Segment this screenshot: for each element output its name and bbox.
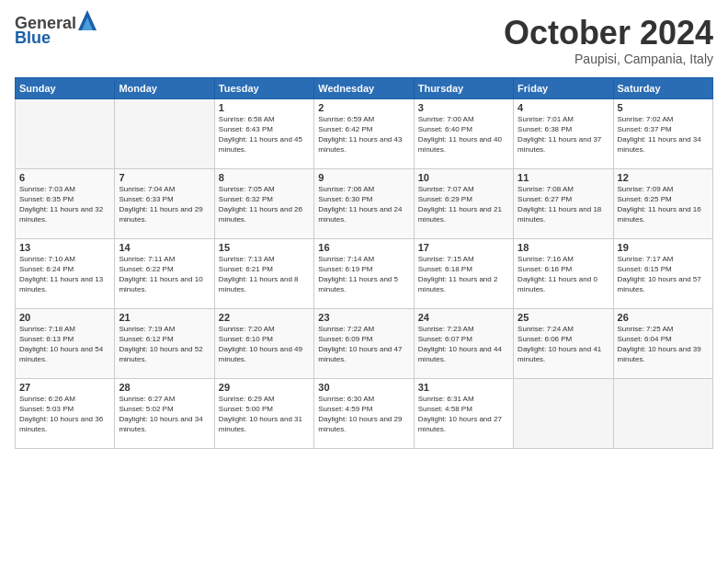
day-cell: 6 Sunrise: 7:03 AM Sunset: 6:35 PM Dayli… <box>16 168 115 238</box>
sunset-text: Sunset: 6:42 PM <box>318 125 372 133</box>
sunrise-text: Sunrise: 7:01 AM <box>518 115 574 123</box>
sunset-text: Sunset: 4:58 PM <box>418 405 472 413</box>
day-info: Sunrise: 7:15 AM Sunset: 6:18 PM Dayligh… <box>418 254 509 295</box>
day-info: Sunrise: 7:01 AM Sunset: 6:38 PM Dayligh… <box>518 114 609 155</box>
day-number: 1 <box>219 102 310 113</box>
col-tuesday: Tuesday <box>214 77 313 98</box>
day-cell: 22 Sunrise: 7:20 AM Sunset: 6:10 PM Dayl… <box>214 308 313 378</box>
weekday-row: Sunday Monday Tuesday Wednesday Thursday… <box>16 77 713 98</box>
daylight-text: Daylight: 11 hours and 5 minutes. <box>318 275 398 293</box>
day-info: Sunrise: 7:24 AM Sunset: 6:06 PM Dayligh… <box>518 324 609 365</box>
daylight-text: Daylight: 11 hours and 37 minutes. <box>518 135 601 154</box>
day-number: 10 <box>418 172 509 183</box>
sunrise-text: Sunrise: 7:06 AM <box>318 185 374 193</box>
day-info: Sunrise: 6:31 AM Sunset: 4:58 PM Dayligh… <box>418 394 509 435</box>
day-info: Sunrise: 7:23 AM Sunset: 6:07 PM Dayligh… <box>418 324 509 365</box>
day-cell: 7 Sunrise: 7:04 AM Sunset: 6:33 PM Dayli… <box>115 168 214 238</box>
day-number: 8 <box>219 172 310 183</box>
day-cell: 31 Sunrise: 6:31 AM Sunset: 4:58 PM Dayl… <box>414 378 513 448</box>
day-cell: 2 Sunrise: 6:59 AM Sunset: 6:42 PM Dayli… <box>314 98 414 168</box>
sunrise-text: Sunrise: 7:24 AM <box>518 325 574 333</box>
day-cell: 24 Sunrise: 7:23 AM Sunset: 6:07 PM Dayl… <box>414 308 513 378</box>
title-block: October 2024 Paupisi, Campania, Italy <box>504 15 713 66</box>
day-cell: 11 Sunrise: 7:08 AM Sunset: 6:27 PM Dayl… <box>514 168 613 238</box>
day-info: Sunrise: 7:04 AM Sunset: 6:33 PM Dayligh… <box>119 184 210 225</box>
sunset-text: Sunset: 6:35 PM <box>19 195 74 203</box>
day-info: Sunrise: 6:30 AM Sunset: 4:59 PM Dayligh… <box>318 394 409 435</box>
logo-text: General Blue <box>15 15 97 48</box>
day-number: 4 <box>518 102 609 113</box>
week-row-2: 6 Sunrise: 7:03 AM Sunset: 6:35 PM Dayli… <box>16 168 713 238</box>
day-number: 15 <box>219 242 310 253</box>
col-saturday: Saturday <box>613 77 712 98</box>
week-row-1: 1 Sunrise: 6:58 AM Sunset: 6:43 PM Dayli… <box>16 98 713 168</box>
sunrise-text: Sunrise: 7:16 AM <box>518 255 574 263</box>
sunrise-text: Sunrise: 7:10 AM <box>19 255 75 263</box>
day-info: Sunrise: 6:58 AM Sunset: 6:43 PM Dayligh… <box>219 114 310 155</box>
daylight-text: Daylight: 10 hours and 36 minutes. <box>19 415 103 433</box>
day-info: Sunrise: 7:25 AM Sunset: 6:04 PM Dayligh… <box>618 324 709 365</box>
daylight-text: Daylight: 11 hours and 40 minutes. <box>418 135 502 154</box>
day-info: Sunrise: 6:59 AM Sunset: 6:42 PM Dayligh… <box>318 114 409 155</box>
day-cell: 8 Sunrise: 7:05 AM Sunset: 6:32 PM Dayli… <box>214 168 313 238</box>
day-cell: 29 Sunrise: 6:29 AM Sunset: 5:00 PM Dayl… <box>214 378 313 448</box>
daylight-text: Daylight: 10 hours and 31 minutes. <box>219 415 302 433</box>
sunset-text: Sunset: 6:18 PM <box>418 265 472 273</box>
sunrise-text: Sunrise: 7:03 AM <box>19 185 75 193</box>
sunset-text: Sunset: 5:00 PM <box>219 405 273 413</box>
day-number: 11 <box>518 172 609 183</box>
day-cell: 17 Sunrise: 7:15 AM Sunset: 6:18 PM Dayl… <box>414 238 513 308</box>
day-cell: 14 Sunrise: 7:11 AM Sunset: 6:22 PM Dayl… <box>115 238 214 308</box>
sunrise-text: Sunrise: 7:08 AM <box>518 185 574 193</box>
daylight-text: Daylight: 11 hours and 34 minutes. <box>618 135 701 154</box>
daylight-text: Daylight: 11 hours and 24 minutes. <box>318 205 402 224</box>
daylight-text: Daylight: 10 hours and 54 minutes. <box>19 345 103 363</box>
sunset-text: Sunset: 5:02 PM <box>119 405 173 413</box>
day-info: Sunrise: 7:19 AM Sunset: 6:12 PM Dayligh… <box>119 324 210 365</box>
day-cell: 4 Sunrise: 7:01 AM Sunset: 6:38 PM Dayli… <box>514 98 613 168</box>
day-cell: 13 Sunrise: 7:10 AM Sunset: 6:24 PM Dayl… <box>16 238 115 308</box>
day-number: 21 <box>119 312 210 323</box>
sunset-text: Sunset: 6:40 PM <box>418 125 472 133</box>
day-info: Sunrise: 6:27 AM Sunset: 5:02 PM Dayligh… <box>119 394 210 435</box>
day-cell: 25 Sunrise: 7:24 AM Sunset: 6:06 PM Dayl… <box>514 308 613 378</box>
day-number: 24 <box>418 312 509 323</box>
day-cell <box>613 378 712 448</box>
daylight-text: Daylight: 11 hours and 18 minutes. <box>518 205 601 224</box>
day-cell: 18 Sunrise: 7:16 AM Sunset: 6:16 PM Dayl… <box>514 238 613 308</box>
day-number: 30 <box>318 382 409 393</box>
daylight-text: Daylight: 10 hours and 34 minutes. <box>119 415 202 433</box>
day-number: 27 <box>19 382 110 393</box>
day-cell: 30 Sunrise: 6:30 AM Sunset: 4:59 PM Dayl… <box>314 378 414 448</box>
sunrise-text: Sunrise: 7:07 AM <box>418 185 474 193</box>
day-number: 9 <box>318 172 409 183</box>
day-cell: 26 Sunrise: 7:25 AM Sunset: 6:04 PM Dayl… <box>613 308 712 378</box>
day-number: 6 <box>19 172 110 183</box>
day-info: Sunrise: 7:18 AM Sunset: 6:13 PM Dayligh… <box>19 324 110 365</box>
day-cell: 21 Sunrise: 7:19 AM Sunset: 6:12 PM Dayl… <box>115 308 214 378</box>
day-cell: 9 Sunrise: 7:06 AM Sunset: 6:30 PM Dayli… <box>314 168 414 238</box>
calendar-table: Sunday Monday Tuesday Wednesday Thursday… <box>15 77 713 449</box>
day-info: Sunrise: 6:26 AM Sunset: 5:03 PM Dayligh… <box>19 394 110 435</box>
sunset-text: Sunset: 6:12 PM <box>119 335 173 343</box>
day-number: 18 <box>518 242 609 253</box>
week-row-3: 13 Sunrise: 7:10 AM Sunset: 6:24 PM Dayl… <box>16 238 713 308</box>
sunset-text: Sunset: 6:29 PM <box>418 195 472 203</box>
sunrise-text: Sunrise: 6:58 AM <box>219 115 275 123</box>
daylight-text: Daylight: 10 hours and 49 minutes. <box>219 345 302 363</box>
sunset-text: Sunset: 6:19 PM <box>318 265 372 273</box>
sunrise-text: Sunrise: 7:02 AM <box>618 115 674 123</box>
sunrise-text: Sunrise: 7:04 AM <box>119 185 175 193</box>
col-wednesday: Wednesday <box>314 77 414 98</box>
day-info: Sunrise: 7:16 AM Sunset: 6:16 PM Dayligh… <box>518 254 609 295</box>
day-info: Sunrise: 7:07 AM Sunset: 6:29 PM Dayligh… <box>418 184 509 225</box>
day-cell <box>16 98 115 168</box>
week-row-4: 20 Sunrise: 7:18 AM Sunset: 6:13 PM Dayl… <box>16 308 713 378</box>
day-info: Sunrise: 7:20 AM Sunset: 6:10 PM Dayligh… <box>219 324 310 365</box>
sunrise-text: Sunrise: 7:19 AM <box>119 325 175 333</box>
sunrise-text: Sunrise: 7:20 AM <box>219 325 275 333</box>
daylight-text: Daylight: 10 hours and 39 minutes. <box>618 345 701 363</box>
day-cell: 19 Sunrise: 7:17 AM Sunset: 6:15 PM Dayl… <box>613 238 712 308</box>
sunset-text: Sunset: 6:16 PM <box>518 265 572 273</box>
day-info: Sunrise: 7:09 AM Sunset: 6:25 PM Dayligh… <box>618 184 709 225</box>
